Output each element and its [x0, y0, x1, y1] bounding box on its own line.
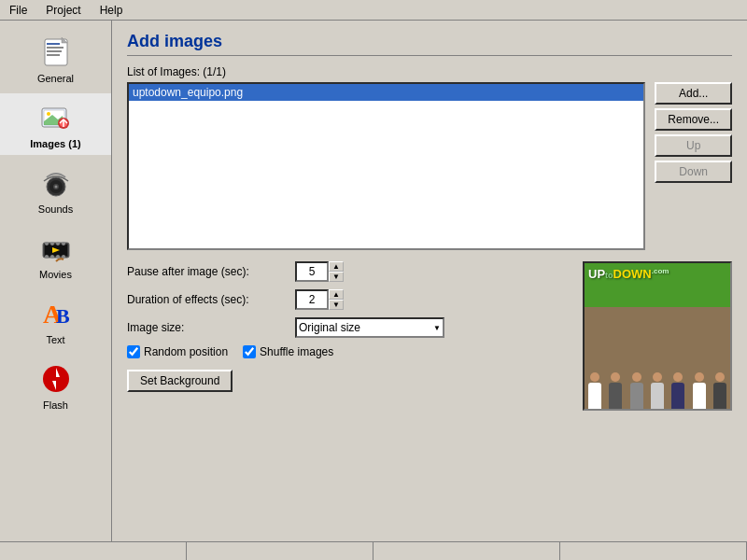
svg-point-18	[45, 242, 49, 245]
duration-input[interactable]	[295, 289, 329, 310]
svg-rect-2	[47, 47, 63, 49]
duration-spinbox: ▲ ▼	[295, 289, 344, 310]
up-button[interactable]: Up	[655, 134, 732, 157]
pause-spinbox: ▲ ▼	[295, 261, 344, 282]
size-row: Image size: Original size Fit to screen …	[127, 317, 568, 338]
people-row	[585, 307, 730, 409]
svg-point-19	[50, 242, 54, 245]
pause-row: Pause after image (sec): ▲ ▼	[127, 261, 568, 282]
svg-point-15	[54, 186, 57, 189]
person-6	[691, 372, 708, 409]
menu-help[interactable]: Help	[94, 2, 129, 19]
duration-label: Duration of effects (sec):	[127, 293, 295, 306]
preview-image: UPtoDOWN.com	[583, 261, 732, 411]
svg-point-24	[56, 255, 60, 259]
settings-row: Pause after image (sec): ▲ ▼ Duration of…	[127, 261, 732, 411]
menubar: File Project Help	[0, 0, 747, 21]
size-label: Image size:	[127, 321, 295, 334]
size-select-wrapper: Original size Fit to screen Stretch to s…	[295, 317, 444, 338]
duration-up-btn[interactable]: ▲	[329, 289, 344, 300]
svg-rect-3	[47, 50, 62, 52]
status-3	[374, 542, 560, 560]
sidebar-label-images: Images (1)	[30, 138, 80, 149]
random-position-item: Random position	[127, 345, 228, 358]
sidebar-label-sounds: Sounds	[38, 203, 73, 215]
person-4	[649, 372, 666, 409]
shuffle-images-label: Shuffle images	[260, 345, 333, 358]
random-position-checkbox[interactable]	[127, 345, 140, 358]
add-button[interactable]: Add...	[655, 82, 732, 105]
remove-button[interactable]: Remove...	[655, 108, 732, 131]
sidebar-item-images[interactable]: Images (1)	[0, 93, 111, 155]
person-2	[607, 372, 624, 409]
menu-project[interactable]: Project	[40, 2, 86, 19]
svg-text:B: B	[56, 304, 70, 328]
sidebar-label-flash: Flash	[43, 399, 68, 411]
person-5	[669, 372, 686, 409]
general-icon	[37, 34, 75, 71]
person-7	[712, 372, 728, 409]
person-1	[586, 372, 603, 409]
sidebar-label-general: General	[37, 73, 74, 84]
statusbar	[0, 541, 747, 560]
sidebar-item-general[interactable]: General	[0, 28, 111, 90]
duration-down-btn[interactable]: ▼	[329, 300, 344, 310]
pause-up-btn[interactable]: ▲	[329, 261, 344, 272]
down-button[interactable]: Down	[655, 161, 732, 183]
list-label: List of Images: (1/1)	[127, 65, 732, 78]
status-4	[560, 542, 747, 560]
image-listbox[interactable]: uptodown_equipo.png	[127, 82, 645, 250]
duration-row: Duration of effects (sec): ▲ ▼	[127, 289, 568, 310]
sidebar-item-sounds[interactable]: Sounds	[0, 159, 111, 220]
sounds-icon	[37, 164, 75, 202]
sidebar-label-movies: Movies	[39, 269, 72, 280]
duration-spin-buttons: ▲ ▼	[329, 289, 344, 310]
text-icon: A B	[37, 295, 75, 332]
images-icon	[37, 99, 75, 136]
movies-icon	[37, 230, 75, 267]
svg-rect-1	[47, 43, 60, 45]
svg-point-8	[47, 112, 50, 116]
flash-icon	[37, 360, 75, 398]
page-title: Add images	[127, 32, 732, 56]
list-item[interactable]: uptodown_equipo.png	[129, 84, 643, 101]
content-area: Add images List of Images: (1/1) uptodow…	[112, 21, 747, 560]
shuffle-images-item: Shuffle images	[243, 345, 333, 358]
uptodown-logo: UPtoDOWN.com	[588, 267, 669, 281]
sidebar-item-flash[interactable]: Flash	[0, 355, 111, 416]
svg-point-22	[45, 255, 49, 259]
set-background-button[interactable]: Set Background	[127, 370, 233, 392]
pause-input[interactable]	[295, 261, 329, 282]
list-buttons: Add... Remove... Up Down	[655, 82, 732, 250]
status-2	[187, 542, 374, 560]
pause-label: Pause after image (sec):	[127, 265, 295, 278]
photo-bg: UPtoDOWN.com	[585, 263, 730, 409]
set-background-container: Set Background	[127, 370, 568, 392]
images-section: uptodown_equipo.png Add... Remove... Up …	[127, 82, 732, 250]
pause-down-btn[interactable]: ▼	[329, 272, 344, 282]
svg-point-20	[56, 242, 60, 245]
svg-point-23	[50, 255, 54, 259]
pause-spin-buttons: ▲ ▼	[329, 261, 344, 282]
svg-rect-4	[47, 54, 60, 56]
settings-left: Pause after image (sec): ▲ ▼ Duration of…	[127, 261, 568, 411]
sidebar-item-text[interactable]: A B Text	[0, 289, 111, 351]
shuffle-images-checkbox[interactable]	[243, 345, 256, 358]
sidebar-label-text: Text	[46, 334, 64, 345]
sidebar-item-movies[interactable]: Movies	[0, 224, 111, 286]
person-3	[628, 372, 645, 409]
status-1	[0, 542, 187, 560]
svg-point-25	[62, 255, 65, 259]
sidebar: General Images (1)	[0, 21, 112, 560]
random-position-label: Random position	[144, 345, 228, 358]
svg-point-21	[62, 242, 65, 245]
checkboxes-row: Random position Shuffle images	[127, 345, 568, 358]
size-select[interactable]: Original size Fit to screen Stretch to s…	[295, 317, 444, 338]
menu-file[interactable]: File	[4, 2, 33, 19]
